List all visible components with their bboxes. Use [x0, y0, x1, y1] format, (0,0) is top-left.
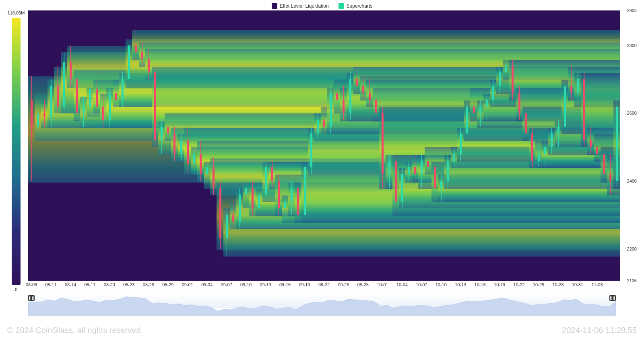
candle[interactable] [330, 93, 332, 127]
candle[interactable] [557, 127, 559, 134]
candle[interactable] [453, 154, 455, 161]
candle[interactable] [167, 127, 169, 134]
candle[interactable] [421, 161, 423, 175]
candle[interactable] [323, 120, 325, 127]
candle[interactable] [401, 174, 403, 201]
candle[interactable] [414, 167, 416, 174]
candle[interactable] [616, 107, 618, 181]
candle[interactable] [76, 79, 78, 113]
candle[interactable] [161, 127, 163, 140]
candle[interactable] [109, 93, 111, 120]
candle[interactable] [518, 93, 520, 113]
candle[interactable] [297, 188, 299, 215]
candle[interactable] [96, 89, 98, 106]
candle[interactable] [135, 45, 137, 52]
candle[interactable] [440, 181, 442, 188]
candle[interactable] [252, 188, 254, 208]
candle[interactable] [570, 86, 572, 93]
candle[interactable] [31, 100, 33, 127]
candle[interactable] [271, 167, 273, 181]
candle[interactable] [479, 107, 481, 113]
candle[interactable] [310, 134, 312, 167]
candle[interactable] [37, 113, 39, 127]
candle[interactable] [395, 161, 397, 201]
x-tick-label: 08-23 [123, 282, 134, 287]
candle[interactable] [193, 154, 195, 164]
candle[interactable] [388, 161, 390, 175]
candle[interactable] [447, 161, 449, 181]
candle[interactable] [434, 167, 436, 188]
candle[interactable] [278, 181, 280, 208]
candle[interactable] [102, 107, 104, 120]
candle[interactable] [284, 201, 286, 208]
candle[interactable] [187, 140, 189, 164]
candle[interactable] [460, 134, 462, 154]
candle[interactable] [50, 86, 52, 117]
candle[interactable] [57, 86, 59, 107]
candle[interactable] [265, 167, 267, 194]
candle[interactable] [291, 188, 293, 201]
x-tick-label: 08-20 [104, 282, 115, 287]
candle[interactable] [70, 62, 72, 79]
candle[interactable] [492, 86, 494, 100]
candle[interactable] [226, 215, 228, 238]
candle[interactable] [564, 86, 566, 127]
candle[interactable] [525, 113, 527, 134]
candle[interactable] [408, 167, 410, 174]
candle[interactable] [343, 100, 345, 113]
x-tick-label: 10-31 [572, 282, 583, 287]
candle[interactable] [336, 93, 338, 100]
candle[interactable] [499, 72, 501, 86]
candle[interactable] [466, 107, 468, 134]
candle[interactable] [304, 167, 306, 215]
candle[interactable] [538, 154, 540, 161]
candle[interactable] [473, 107, 475, 113]
candle[interactable] [213, 167, 215, 188]
candle[interactable] [180, 140, 182, 154]
candle[interactable] [232, 215, 234, 222]
candle[interactable] [115, 93, 117, 100]
chart-plot-area[interactable]: www.coinglass.com [28, 10, 620, 281]
candle[interactable] [200, 154, 202, 175]
candle[interactable] [349, 79, 351, 113]
candle[interactable] [239, 195, 241, 222]
candle[interactable] [122, 79, 124, 100]
candle[interactable] [531, 134, 533, 160]
candle[interactable] [154, 72, 156, 140]
candle[interactable] [382, 113, 384, 174]
candle[interactable] [544, 147, 546, 154]
candle[interactable] [577, 79, 579, 93]
candle[interactable] [590, 140, 592, 147]
candle[interactable] [583, 79, 585, 140]
candle[interactable] [375, 100, 377, 113]
legend-item-liquidation[interactable]: Effet Levier Liquidation [272, 3, 329, 9]
range-brush[interactable]: ❚❚ ❚❚ [28, 292, 616, 308]
candle[interactable] [505, 66, 507, 72]
legend-item-supercharts[interactable]: Supercharts [339, 3, 373, 9]
candle[interactable] [356, 79, 358, 86]
candle[interactable] [206, 167, 208, 174]
candle[interactable] [427, 161, 429, 168]
candle[interactable] [43, 113, 45, 116]
candle[interactable] [362, 86, 364, 93]
brush-handle-right[interactable]: ❚❚ [609, 295, 616, 301]
candle[interactable] [512, 66, 514, 92]
candle[interactable] [369, 93, 371, 100]
candle[interactable] [128, 45, 130, 79]
candle[interactable] [258, 195, 260, 208]
candle[interactable] [89, 89, 91, 106]
candle[interactable] [317, 120, 319, 134]
candle[interactable] [173, 134, 175, 154]
candle[interactable] [148, 59, 150, 73]
candle[interactable] [83, 107, 85, 113]
candle[interactable] [141, 52, 143, 59]
candle[interactable] [219, 188, 221, 238]
candle[interactable] [603, 154, 605, 175]
candle[interactable] [245, 188, 247, 195]
candle[interactable] [609, 174, 611, 181]
candle[interactable] [551, 134, 553, 147]
brush-handle-left[interactable]: ❚❚ [28, 295, 35, 301]
candle[interactable] [486, 100, 488, 107]
candle[interactable] [63, 62, 65, 107]
candle[interactable] [596, 147, 598, 154]
